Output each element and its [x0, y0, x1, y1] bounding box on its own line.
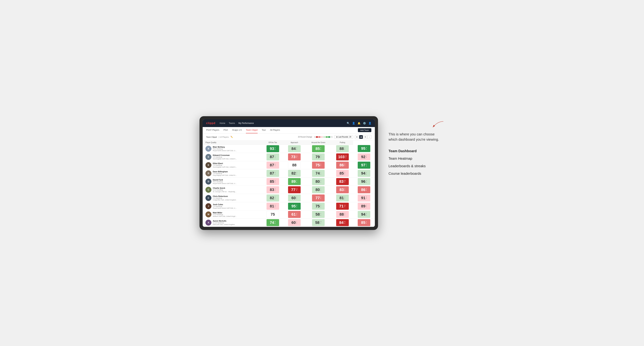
add-team-button[interactable]: Add Team	[358, 128, 371, 132]
score-cell[interactable]: 75	[262, 210, 284, 218]
player-handicap: 11-15 Handicap	[213, 222, 259, 224]
score-cell[interactable]: 836▼	[332, 185, 353, 194]
score-value: 81	[270, 204, 274, 208]
settings-icon[interactable]: ⚙️	[363, 122, 366, 125]
score-value: 96	[361, 179, 366, 184]
score-value: 75	[316, 204, 320, 208]
team-name: Team Clippd	[206, 136, 217, 138]
score-cell[interactable]: 773▼	[305, 194, 332, 202]
score-cell[interactable]: 748▲	[262, 218, 284, 227]
player-avatar[interactable]: A	[206, 220, 212, 226]
score-cell[interactable]: 941▲	[353, 169, 375, 177]
score-cell[interactable]: 853▼	[332, 169, 353, 177]
score-cell[interactable]: 833▼	[262, 185, 284, 194]
score-cell[interactable]: 741▲	[305, 169, 332, 177]
score-value: 81	[340, 196, 344, 200]
score-cell[interactable]: 874▲	[262, 169, 284, 177]
score-value: 86	[340, 163, 344, 168]
score-cell[interactable]: 584▲	[305, 210, 332, 218]
player-avatar[interactable]: C	[206, 195, 212, 201]
score-cell[interactable]: 846▲	[284, 145, 305, 153]
score-cell[interactable]: 897▲	[284, 177, 305, 185]
score-cell[interactable]: 799▲	[305, 153, 332, 161]
col-around[interactable]: Around the Green	[305, 141, 332, 145]
score-cell[interactable]: 613▼	[284, 210, 305, 218]
score-change: 1▲	[320, 172, 321, 175]
score-cell[interactable]: 963▲	[353, 177, 375, 185]
subnav-tour[interactable]: Tour	[262, 127, 266, 133]
player-avatar[interactable]: D	[206, 170, 212, 176]
subnav-allplayers[interactable]: All Players	[270, 127, 280, 133]
score-cell[interactable]: 814▲	[332, 194, 353, 202]
nav-home[interactable]: Home	[220, 121, 225, 125]
col-putting[interactable]: Putting	[332, 141, 353, 145]
grid-view-button[interactable]: ⊞	[355, 135, 359, 139]
score-cell[interactable]: 854▼	[353, 218, 375, 227]
score-cell[interactable]: 88	[284, 161, 305, 169]
data-table: Player Quality Off the Tee Approach Arou…	[203, 141, 375, 227]
player-handicap: Plus Handicap	[213, 181, 259, 183]
bell-icon[interactable]: 🔔	[358, 122, 360, 125]
score-cell[interactable]: 602▲	[284, 194, 305, 202]
col-offtee[interactable]: Off the Tee	[262, 141, 284, 145]
player-avatar[interactable]: B	[206, 146, 212, 152]
subnav-hcaps[interactable]: Hcaps 1-5	[232, 127, 242, 133]
subnav-teamclippd[interactable]: Team Clippd	[246, 127, 258, 133]
score-cell[interactable]: 939▲	[262, 145, 284, 153]
col-player[interactable]: Player Quality	[203, 141, 262, 145]
score-cell[interactable]: 813▼	[262, 202, 284, 210]
nav-myperformance[interactable]: My Performance	[238, 121, 254, 125]
score-cell[interactable]: 868▼	[353, 185, 375, 194]
score-cell[interactable]: 853▼	[262, 177, 284, 185]
score-cell[interactable]: 892▼	[353, 202, 375, 210]
score-cell[interactable]: 5810▲	[305, 218, 332, 227]
player-avatar[interactable]: M	[206, 211, 212, 217]
score-cell[interactable]: 803▲	[305, 177, 332, 185]
score-change: 3▲	[320, 180, 321, 183]
player-cell: MMatt Miller6-10 HandicapWoburn Golf Clu…	[203, 210, 262, 218]
score-cell[interactable]: 913▼	[353, 194, 375, 202]
score-cell[interactable]: 8421▲	[332, 218, 353, 227]
edit-icon[interactable]: ✏️	[230, 136, 233, 138]
player-cell: EElliot Ebert1-5 HandicapSunningdale Gol…	[203, 161, 262, 169]
last-rounds-button[interactable]: ⊞ Last Rounds: 20	[334, 135, 353, 139]
player-avatar[interactable]: D	[206, 178, 212, 184]
search-icon[interactable]: 🔍	[347, 122, 350, 125]
player-avatar[interactable]: J	[206, 203, 212, 209]
score-cell[interactable]: 753▼	[305, 161, 332, 169]
nav-teams[interactable]: Teams	[229, 121, 235, 125]
score-cell[interactable]: 873▼	[262, 161, 284, 169]
subnav-pgat[interactable]: PGAT Players	[206, 127, 219, 133]
score-cell[interactable]: 866▼	[332, 161, 353, 169]
subnav-pga[interactable]: PGA	[224, 127, 228, 133]
heatmap-view-button[interactable]: ▦	[359, 135, 363, 139]
score-cell[interactable]: 959▲	[353, 145, 375, 153]
score-cell[interactable]: 7311▼	[284, 153, 305, 161]
score-cell[interactable]: 7111▼	[332, 202, 353, 210]
player-avatar[interactable]: E	[206, 154, 212, 160]
col-approach[interactable]: Approach	[284, 141, 305, 145]
list-view-button[interactable]: ☰	[363, 135, 367, 139]
score-cell[interactable]: 943▲	[353, 210, 375, 218]
score-cell[interactable]: 10315▲	[332, 153, 353, 161]
score-cell[interactable]: 601▼	[284, 218, 305, 227]
score-cell[interactable]: 752▲	[305, 202, 332, 210]
score-cell[interactable]: 801▲	[305, 185, 332, 194]
player-avatar[interactable]: C	[206, 187, 212, 193]
download-button[interactable]: ↓	[368, 135, 371, 139]
score-cell[interactable]: 923▼	[353, 153, 375, 161]
score-cell[interactable]: 975▲	[353, 161, 375, 169]
score-cell[interactable]: 882▼	[332, 210, 353, 218]
score-cell[interactable]: 823▲	[262, 194, 284, 202]
score-cell[interactable]: 871▲	[262, 153, 284, 161]
score-cell[interactable]: 858▲	[305, 145, 332, 153]
player-name: Aaron Nicholls	[213, 220, 259, 222]
avatar-icon[interactable]: 👤	[368, 122, 371, 125]
profile-icon[interactable]: 👤	[352, 122, 355, 125]
score-cell[interactable]: 881▼	[332, 145, 353, 153]
player-avatar[interactable]: E	[206, 162, 212, 168]
score-cell[interactable]: 958▲	[284, 202, 305, 210]
score-cell[interactable]: 824▲	[284, 169, 305, 177]
score-cell[interactable]: 8310▼	[332, 177, 353, 185]
score-cell[interactable]: 7714▼	[284, 185, 305, 194]
